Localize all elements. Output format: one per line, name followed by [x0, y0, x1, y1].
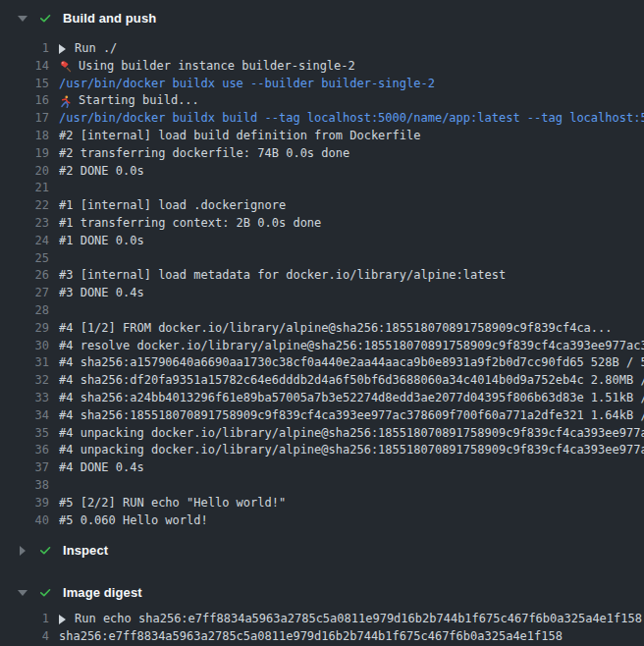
line-content: /usr/bin/docker buildx build --tag local… — [59, 110, 644, 128]
log-line: 20 #2 DONE 0.0s — [0, 163, 644, 181]
line-content: #4 unpacking docker.io/library/alpine@sh… — [59, 425, 644, 443]
line-content: #4 resolve docker.io/library/alpine@sha2… — [59, 338, 644, 355]
expander-icon[interactable] — [59, 44, 66, 54]
log-line: 28 — [0, 302, 644, 320]
log-line: 16 Starting build... — [0, 92, 644, 110]
log-line: 36 #4 unpacking docker.io/library/alpine… — [0, 442, 644, 459]
line-content: #1 [internal] load .dockerignore — [59, 197, 644, 215]
check-icon — [35, 12, 55, 26]
line-text: Run ./ — [75, 40, 117, 58]
line-content: #4 DONE 0.4s — [59, 459, 644, 477]
line-content: Run ./ — [59, 40, 644, 58]
log-line: 34 #4 sha256:185518070891758909c9f839cf4… — [0, 407, 644, 425]
line-number[interactable]: 37 — [0, 459, 49, 477]
line-content: /usr/bin/docker buildx use --builder bui… — [59, 76, 644, 93]
line-content: #4 sha256:185518070891758909c9f839cf4ca3… — [59, 407, 644, 425]
line-content: sha256:e7ff8834a5963a2785c5a0811e979d16b… — [59, 628, 644, 646]
line-content: #2 DONE 0.0s — [59, 163, 644, 181]
line-text: /usr/bin/docker buildx use --builder bui… — [59, 76, 435, 93]
log-line: 24 #1 DONE 0.0s — [0, 233, 644, 250]
line-number[interactable]: 16 — [0, 92, 49, 110]
line-content: #3 DONE 0.4s — [59, 285, 644, 302]
chevron-right-icon[interactable] — [12, 546, 33, 556]
line-number[interactable]: 24 — [0, 233, 49, 250]
line-number[interactable]: 25 — [0, 250, 49, 268]
line-number[interactable]: 35 — [0, 425, 49, 443]
line-content: #1 transferring context: 2B 0.0s done — [59, 215, 644, 233]
line-text: #4 sha256:a24bb4013296f61e89ba57005a7b3e… — [59, 390, 644, 407]
log-line: 39 #5 [2/2] RUN echo "Hello world!" — [0, 495, 644, 512]
line-text: #2 transferring dockerfile: 74B 0.0s don… — [59, 145, 349, 163]
line-content: #2 transferring dockerfile: 74B 0.0s don… — [59, 145, 644, 163]
log-line: 29 #4 [1/2] FROM docker.io/library/alpin… — [0, 320, 644, 338]
log-line: 22 #1 [internal] load .dockerignore — [0, 197, 644, 215]
line-number[interactable]: 20 — [0, 163, 49, 181]
section-title: Image digest — [63, 585, 142, 600]
chevron-down-icon[interactable] — [12, 16, 33, 22]
line-number[interactable]: 14 — [0, 58, 49, 76]
log-line-group[interactable]: 1 Run ./ — [0, 40, 644, 58]
line-number[interactable]: 30 — [0, 338, 49, 355]
line-text: sha256:e7ff8834a5963a2785c5a0811e979d16b… — [59, 628, 563, 646]
section-header[interactable]: Build and push — [0, 5, 644, 31]
line-content: #4 sha256:a15790640a6690aa1730c38cf0a440… — [59, 354, 644, 372]
section-title: Inspect — [63, 543, 108, 558]
log-line: 35 #4 unpacking docker.io/library/alpine… — [0, 425, 644, 443]
line-number[interactable]: 38 — [0, 477, 49, 495]
log-line: 14 Using builder instance builder-single… — [0, 58, 644, 76]
line-content: #5 [2/2] RUN echo "Hello world!" — [59, 495, 644, 512]
line-number[interactable]: 22 — [0, 197, 49, 215]
line-content: #4 [1/2] FROM docker.io/library/alpine@s… — [59, 320, 644, 338]
log-line: 27 #3 DONE 0.4s — [0, 285, 644, 302]
line-number[interactable]: 4 — [0, 628, 49, 646]
line-text: /usr/bin/docker buildx build --tag local… — [59, 110, 644, 128]
line-number[interactable]: 26 — [0, 267, 49, 285]
section-header[interactable]: Inspect — [0, 537, 644, 564]
line-number[interactable]: 34 — [0, 407, 49, 425]
line-text: #4 [1/2] FROM docker.io/library/alpine@s… — [59, 320, 613, 338]
line-number[interactable]: 23 — [0, 215, 49, 233]
log-line: 40 #5 0.060 Hello world! — [0, 512, 644, 530]
line-number[interactable]: 39 — [0, 495, 49, 512]
chevron-down-icon[interactable] — [12, 590, 33, 596]
log-section-inspect: Inspect — [0, 537, 644, 564]
line-number[interactable]: 28 — [0, 302, 49, 320]
line-number[interactable]: 29 — [0, 320, 49, 338]
log-line: 30 #4 resolve docker.io/library/alpine@s… — [0, 338, 644, 355]
line-number[interactable]: 36 — [0, 442, 49, 459]
line-number[interactable]: 40 — [0, 512, 49, 530]
log-line: 15 /usr/bin/docker buildx use --builder … — [0, 76, 644, 93]
line-number[interactable]: 27 — [0, 285, 49, 302]
line-number[interactable]: 17 — [0, 110, 49, 128]
log-line: 37 #4 DONE 0.4s — [0, 459, 644, 477]
line-number[interactable]: 31 — [0, 354, 49, 372]
line-number[interactable]: 33 — [0, 390, 49, 407]
line-text: #3 [internal] load metadata for docker.i… — [59, 267, 506, 285]
log-line: 33 #4 sha256:a24bb4013296f61e89ba57005a7… — [0, 390, 644, 407]
section-header[interactable]: Image digest — [0, 579, 644, 606]
expander-icon[interactable] — [59, 615, 66, 624]
line-number[interactable]: 15 — [0, 76, 49, 93]
log-line: 26 #3 [internal] load metadata for docke… — [0, 267, 644, 285]
workflow-log: Build and push 1 Run ./ 14 Using builder… — [0, 5, 644, 646]
section-title: Build and push — [63, 11, 156, 26]
line-text: #4 unpacking docker.io/library/alpine@sh… — [59, 425, 644, 443]
line-content: Using builder instance builder-single-2 — [59, 58, 644, 76]
log-line: 19 #2 transferring dockerfile: 74B 0.0s … — [0, 145, 644, 163]
line-content: Starting build... — [59, 92, 644, 110]
log-line-group[interactable]: 1 Run echo sha256:e7ff8834a5963a2785c5a0… — [0, 611, 644, 628]
line-number[interactable]: 1 — [0, 40, 49, 58]
line-number[interactable]: 32 — [0, 372, 49, 390]
line-text: #4 resolve docker.io/library/alpine@sha2… — [59, 338, 644, 355]
log-section-build-and-push: Build and push 1 Run ./ 14 Using builder… — [0, 5, 644, 529]
line-number[interactable]: 21 — [0, 180, 49, 197]
log-line: 17 /usr/bin/docker buildx build --tag lo… — [0, 110, 644, 128]
line-content: #4 unpacking docker.io/library/alpine@sh… — [59, 442, 644, 459]
line-number[interactable]: 1 — [0, 611, 49, 628]
log-section-image-digest: Image digest 1 Run echo sha256:e7ff8834a… — [0, 579, 644, 646]
line-text: #5 0.060 Hello world! — [59, 512, 208, 530]
line-content: #4 sha256:a24bb4013296f61e89ba57005a7b3e… — [59, 390, 644, 407]
line-number[interactable]: 19 — [0, 145, 49, 163]
line-number[interactable]: 18 — [0, 128, 49, 145]
line-text: Starting build... — [79, 92, 199, 110]
